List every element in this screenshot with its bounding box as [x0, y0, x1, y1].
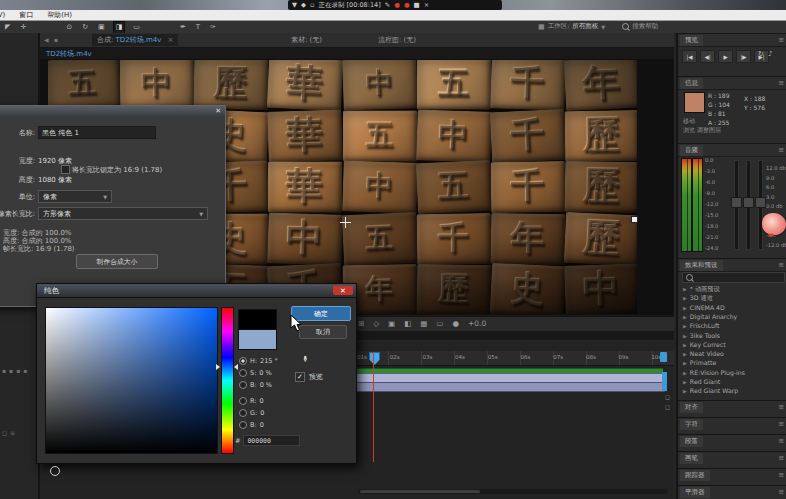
record-dot-icon[interactable]: ●	[394, 0, 400, 10]
loop-icon[interactable]: ↻	[758, 50, 764, 58]
chevron-left-icon[interactable]: ◀	[44, 36, 49, 43]
pencil-icon[interactable]: ✎	[385, 0, 390, 10]
expand-triangle-icon[interactable]: ▶	[683, 360, 687, 366]
hue-handle-left[interactable]	[216, 364, 220, 370]
effects-category[interactable]: ▶3ike Tools	[683, 332, 720, 339]
units-dropdown[interactable]: 像素▼	[38, 190, 112, 203]
effects-category[interactable]: ▶Neat Video	[683, 350, 724, 357]
expand-triangle-icon[interactable]: ▶	[683, 388, 687, 394]
effects-category[interactable]: ▶Primatte	[683, 359, 716, 366]
camera-icon[interactable]: ■	[414, 0, 420, 10]
transparency-grid-icon[interactable]: ●	[452, 318, 459, 330]
layer-bar-trim-handle[interactable]	[662, 372, 667, 391]
expand-triangle-icon[interactable]: ▶	[683, 370, 687, 376]
help-search-input[interactable]: 搜索帮助	[632, 22, 658, 31]
panel-menu-icon[interactable]: ≡	[778, 403, 784, 411]
collapsed-panel-tab[interactable]: 段落	[680, 436, 703, 447]
record-dot2-icon[interactable]: ●	[404, 0, 410, 10]
comp-marker-icon[interactable]: ◻	[665, 393, 670, 400]
collapsed-panel-tab[interactable]: 对齐	[680, 402, 703, 413]
camera-tool[interactable]: ▣	[96, 22, 107, 33]
audio-slider-handle[interactable]	[743, 197, 754, 208]
resolution-icon[interactable]: ▦	[420, 318, 427, 330]
workspace-dropdown[interactable]: 所有面板	[572, 22, 598, 31]
viewer-tab-0[interactable]: 合成: TD2转场.m4v ×	[92, 34, 178, 46]
audio-icon[interactable]: ♪	[768, 50, 772, 58]
dialog-titlebar[interactable]	[37, 284, 356, 298]
timeline-scrollbar[interactable]	[358, 489, 668, 494]
dialog-close-icon[interactable]: ✕	[215, 107, 221, 115]
expand-triangle-icon[interactable]: ▶	[683, 305, 687, 311]
audio-slider-handle[interactable]	[755, 197, 766, 208]
mask-visibility-icon[interactable]: ◇	[373, 318, 379, 330]
expand-triangle-icon[interactable]: ▶	[683, 314, 687, 320]
info-panel-tab[interactable]: 信息	[680, 78, 703, 89]
first-frame-button[interactable]: |◀	[682, 50, 697, 63]
effects-category[interactable]: ▶Red Giant	[683, 378, 720, 385]
selection-handle-right[interactable]	[631, 216, 638, 223]
comp-navigator-breadcrumb[interactable]: TD2转场.m4v	[46, 49, 92, 59]
shape-tool[interactable]: ▭	[131, 22, 142, 33]
expand-triangle-icon[interactable]: ▶	[683, 333, 687, 339]
refresh-icon[interactable]: ▫	[310, 0, 314, 10]
scrollbar-thumb[interactable]	[360, 490, 480, 493]
effects-category[interactable]: ▶Digital Anarchy	[683, 313, 737, 320]
play-button[interactable]: ▶	[718, 50, 733, 63]
panel-menu-icon[interactable]: ≡	[778, 36, 784, 44]
radio-button[interactable]	[239, 397, 247, 405]
hand-tool[interactable]: ✛	[18, 22, 28, 33]
timeline-left-icons2[interactable]: ◻≡	[2, 429, 15, 436]
layer-anchor-crosshair[interactable]	[340, 217, 351, 228]
effects-category[interactable]: ▶* 动画预设	[683, 285, 720, 294]
settings-icon[interactable]: ◆	[301, 0, 306, 10]
menu-item-视图(V)[interactable]: 视图(V)	[0, 10, 12, 20]
expand-triangle-icon[interactable]: ▶	[683, 342, 687, 348]
field-value[interactable]: 0	[260, 409, 264, 417]
show-channel-icon[interactable]: ◧	[404, 318, 411, 330]
effects-category[interactable]: ▶3D 通道	[683, 294, 713, 303]
exposure-value[interactable]: +0.0	[468, 318, 486, 330]
field-value[interactable]: 0 %	[259, 369, 271, 377]
expand-triangle-icon[interactable]: ▶	[683, 323, 687, 329]
radio-button[interactable]	[239, 409, 247, 417]
radio-button[interactable]	[239, 381, 247, 389]
panel-menu-icon[interactable]: ≡	[778, 471, 784, 479]
brush-tool[interactable]: ✑	[208, 22, 218, 33]
snapshot-icon[interactable]: ▣	[388, 318, 395, 330]
collapsed-panel-tab[interactable]: 平滑器	[680, 487, 710, 498]
timeline-left-icons[interactable]: ▪▪▪▪	[2, 367, 27, 374]
radio-button[interactable]	[239, 369, 247, 377]
prev-frame-button[interactable]: ◀|	[700, 50, 715, 63]
panel-menu-icon[interactable]: ≡	[778, 488, 784, 496]
preview-checkbox[interactable]: ✓	[295, 372, 305, 382]
next-frame-button[interactable]: |▶	[736, 50, 751, 63]
caret-down-icon[interactable]: ▼	[292, 0, 297, 10]
collapsed-panel-tab[interactable]: 字符	[680, 419, 703, 430]
comp-marker-icon2[interactable]: ◻	[665, 403, 670, 410]
expand-triangle-icon[interactable]: ▶	[683, 286, 687, 292]
field-value[interactable]: 0	[260, 421, 264, 429]
time-ruler[interactable]: 01s02s03s04s05s06s07s08s09s10s	[355, 351, 674, 366]
expand-triangle-icon[interactable]: ▶	[683, 379, 687, 385]
effects-category[interactable]: ▶RE:Vision Plug-ins	[683, 369, 745, 376]
panel-menu-icon[interactable]: ≡	[778, 454, 784, 462]
panel-menu-icon[interactable]: ≡	[778, 79, 784, 87]
field-value[interactable]: 0	[260, 397, 264, 405]
selection-tool[interactable]: ◤	[3, 22, 12, 33]
collapsed-panel-tab[interactable]: 画笔	[680, 453, 703, 464]
panel-menu-icon[interactable]: ≡	[778, 146, 784, 154]
expand-triangle-icon[interactable]: ▶	[683, 295, 687, 301]
tab-close-icon[interactable]: ×	[165, 36, 173, 44]
hex-input[interactable]: 000000	[243, 435, 300, 446]
panel-menu-icon[interactable]: ≡	[778, 261, 784, 269]
effects-category[interactable]: ▶Key Correct	[683, 341, 726, 348]
layer-duration-bar-2[interactable]	[355, 382, 665, 392]
panel-menu-icon[interactable]: ≡	[778, 420, 784, 428]
grid-guides-icon[interactable]: ⊞	[358, 318, 364, 330]
radio-button[interactable]	[239, 421, 247, 429]
preview-panel-tab[interactable]: 预览	[680, 35, 703, 46]
pen-tool[interactable]: ✒	[178, 22, 188, 33]
audio-panel-tab[interactable]: 音频	[680, 145, 703, 156]
work-area-end-handle[interactable]	[660, 352, 667, 362]
collapsed-panel-tab[interactable]: 跟踪器	[680, 470, 710, 481]
